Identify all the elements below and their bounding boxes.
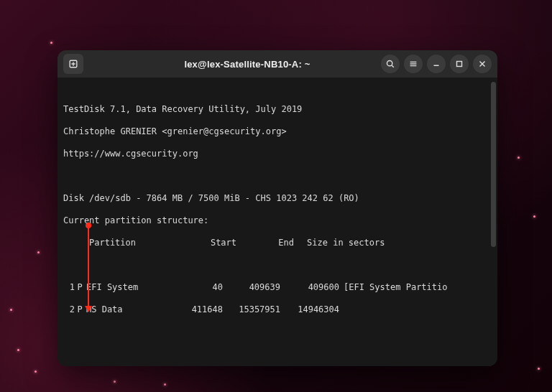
deco-spark xyxy=(17,349,19,351)
new-tab-button[interactable] xyxy=(63,54,83,74)
desktop-wallpaper: lex@lex-Satellite-NB10-A: ~ xyxy=(0,0,552,392)
terminal-window: lex@lex-Satellite-NB10-A: ~ xyxy=(58,50,497,366)
minimize-icon xyxy=(431,59,441,69)
deco-spark xyxy=(533,215,535,218)
deco-spark xyxy=(538,368,540,370)
deco-spark xyxy=(164,383,166,386)
blank-line xyxy=(63,171,494,182)
window-titlebar: lex@lex-Satellite-NB10-A: ~ xyxy=(58,50,497,78)
close-button[interactable] xyxy=(473,55,492,73)
scrollbar-thumb[interactable] xyxy=(491,82,496,247)
deco-spark xyxy=(518,157,520,159)
table-row: 2PMS Data4116481535795114946304 xyxy=(63,304,494,316)
table-row: 1PEFI System40409639409600[EFI System Pa… xyxy=(63,282,494,294)
annotation-arrow xyxy=(88,225,89,312)
col-end: End xyxy=(236,238,294,249)
close-icon xyxy=(477,59,487,69)
blank-line xyxy=(63,349,494,360)
minimize-button[interactable] xyxy=(427,55,446,73)
app-author-line: Christophe GRENIER <grenier@cgsecurity.o… xyxy=(63,126,494,138)
maximize-button[interactable] xyxy=(450,55,469,73)
col-partition: Partition xyxy=(89,238,136,249)
app-url-line: https://www.cgsecurity.org xyxy=(63,149,494,160)
search-button[interactable] xyxy=(381,55,400,73)
new-tab-icon xyxy=(68,59,78,69)
blank-line xyxy=(63,327,494,338)
table-header-row: PartitionStartEndSize in sectors xyxy=(63,238,494,249)
deco-spark xyxy=(50,42,52,44)
svg-line-4 xyxy=(392,65,394,67)
maximize-icon xyxy=(454,59,464,69)
deco-spark xyxy=(34,370,37,373)
menu-button[interactable] xyxy=(404,55,423,73)
disk-info-line: Disk /dev/sdb - 7864 MB / 7500 MiB - CHS… xyxy=(63,193,494,205)
blank-line xyxy=(63,260,494,271)
deco-spark xyxy=(114,381,116,383)
svg-point-3 xyxy=(387,60,392,65)
col-start: Start xyxy=(136,238,236,249)
app-header-line: TestDisk 7.1, Data Recovery Utility, Jul… xyxy=(63,104,494,116)
col-size: Size in sectors xyxy=(307,238,385,249)
deco-spark xyxy=(37,251,40,253)
terminal-body[interactable]: TestDisk 7.1, Data Recovery Utility, Jul… xyxy=(58,78,497,366)
deco-spark xyxy=(10,309,12,311)
search-icon xyxy=(385,59,395,69)
structure-heading: Current partition structure: xyxy=(63,215,494,227)
hamburger-icon xyxy=(408,59,418,69)
svg-rect-9 xyxy=(457,62,462,67)
window-title: lex@lex-Satellite-NB10-A: ~ xyxy=(118,59,377,70)
